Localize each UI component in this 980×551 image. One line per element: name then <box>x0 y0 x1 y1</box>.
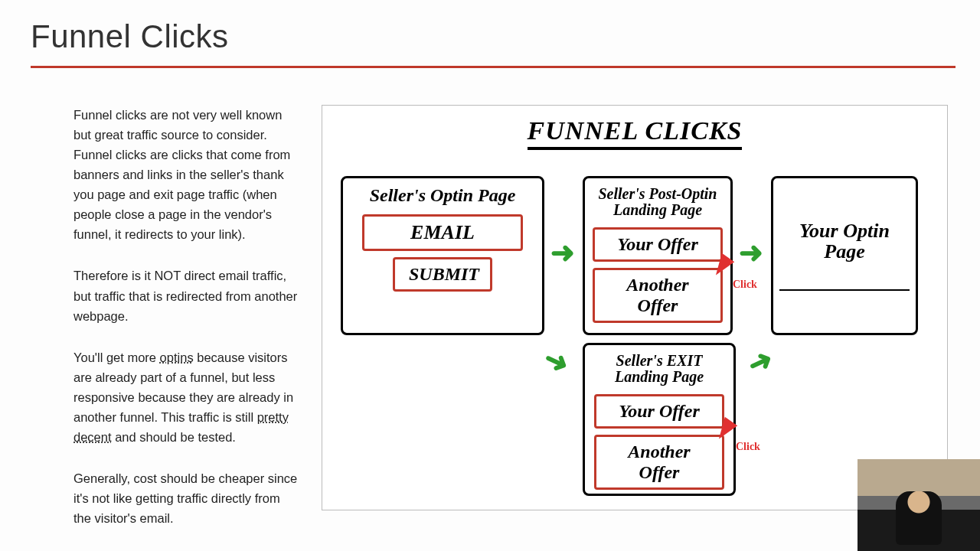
paragraph-2: Therefore is it NOT direct email traffic… <box>74 266 299 325</box>
click-label-1: Click <box>733 279 757 291</box>
box-seller-optin-heading: Seller's Optin Page <box>370 186 516 205</box>
paragraph-1: Funnel clicks are not very well known bu… <box>74 105 299 244</box>
arrow-icon: ➜ <box>739 236 763 269</box>
box-your-optin-heading: Your Optin Page <box>779 220 910 262</box>
post-another-offer: Another Offer <box>593 268 723 323</box>
exit-another-offer: Another Offer <box>594 435 724 490</box>
optin-input-line <box>779 289 910 291</box>
box-your-optin: Your Optin Page <box>771 176 918 335</box>
arrow-icon: ➜ <box>550 236 575 269</box>
field-email: EMAIL <box>362 214 523 251</box>
arrow-icon: ➜ <box>742 341 779 381</box>
box-post-optin: Seller's Post-Optin Landing Page Your Of… <box>583 176 733 335</box>
webcam-overlay <box>858 459 980 551</box>
paragraph-3: You'll get more optins because visitors … <box>74 347 299 447</box>
box-seller-optin: Seller's Optin Page EMAIL SUBMIT <box>341 176 544 335</box>
text-column: Funnel clicks are not very well known bu… <box>31 105 306 549</box>
box-exit-heading: Seller's EXIT Landing Page <box>591 353 727 385</box>
arrow-icon: ➜ <box>538 341 575 381</box>
click-label-2: Click <box>736 441 760 453</box>
diagram-title-rule <box>528 147 742 150</box>
box-post-optin-heading: Seller's Post-Optin Landing Page <box>591 186 724 218</box>
box-exit-landing: Seller's EXIT Landing Page Your Offer An… <box>583 343 736 496</box>
post-your-offer: Your Offer <box>593 227 723 262</box>
exit-your-offer: Your Offer <box>594 394 724 429</box>
button-submit: SUBMIT <box>393 257 492 292</box>
diagram-title: FUNNEL CLICKS <box>322 106 947 145</box>
diagram: FUNNEL CLICKS Seller's Optin Page EMAIL … <box>322 105 948 510</box>
page-title: Funnel Clicks <box>31 18 956 66</box>
paragraph-4: Generally, cost should be cheaper since … <box>74 468 299 528</box>
